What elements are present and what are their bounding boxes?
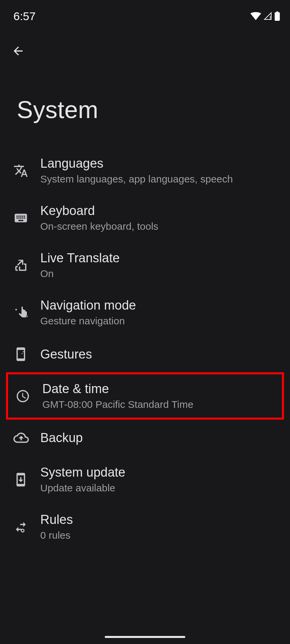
list-item-navigation-mode[interactable]: Navigation mode Gesture navigation xyxy=(0,289,290,336)
list-item-keyboard[interactable]: Keyboard On-screen keyboard, tools xyxy=(0,194,290,241)
live-translate-icon xyxy=(13,258,40,273)
list-item-gestures[interactable]: Gestures xyxy=(0,336,290,372)
item-subtitle: On xyxy=(40,268,280,279)
status-bar: 6:57 ! xyxy=(0,0,290,27)
keyboard-icon xyxy=(13,211,40,225)
list-item-live-translate[interactable]: Live Translate On xyxy=(0,241,290,289)
translate-icon xyxy=(13,163,40,178)
item-title: Languages xyxy=(40,156,280,171)
item-subtitle: GMT-08:00 Pacific Standard Time xyxy=(42,399,278,410)
item-title: Navigation mode xyxy=(40,298,280,313)
system-update-icon xyxy=(13,472,40,487)
list-item-backup[interactable]: Backup xyxy=(0,420,290,456)
home-indicator[interactable] xyxy=(105,636,185,638)
item-title: Rules xyxy=(40,513,280,527)
item-title: Live Translate xyxy=(40,251,280,265)
item-title: Date & time xyxy=(42,382,278,396)
back-button[interactable] xyxy=(10,43,26,59)
battery-icon xyxy=(275,11,280,21)
wifi-icon xyxy=(250,12,261,20)
arrow-back-icon xyxy=(11,44,25,58)
app-bar xyxy=(0,27,290,59)
cloud-upload-icon xyxy=(13,430,40,445)
item-title: System update xyxy=(40,465,280,480)
svg-text:!: ! xyxy=(270,15,271,20)
settings-list: Languages System languages, app language… xyxy=(0,147,290,550)
item-subtitle: 0 rules xyxy=(40,530,280,541)
highlight-annotation: Date & time GMT-08:00 Pacific Standard T… xyxy=(6,372,284,420)
item-subtitle: On-screen keyboard, tools xyxy=(40,221,280,232)
gestures-phone-icon xyxy=(13,347,40,362)
status-icons: ! xyxy=(250,11,280,21)
gesture-hand-icon xyxy=(13,305,40,321)
list-item-rules[interactable]: Rules 0 rules xyxy=(0,503,290,550)
status-time: 6:57 xyxy=(13,10,36,23)
item-subtitle: Update available xyxy=(40,482,280,494)
clock-icon xyxy=(15,389,42,404)
item-title: Gestures xyxy=(40,347,280,362)
signal-icon: ! xyxy=(263,12,273,20)
list-item-system-update[interactable]: System update Update available xyxy=(0,456,290,503)
item-subtitle: System languages, app languages, speech xyxy=(40,173,280,185)
item-title: Keyboard xyxy=(40,204,280,218)
list-item-date-time[interactable]: Date & time GMT-08:00 Pacific Standard T… xyxy=(8,374,282,418)
item-title: Backup xyxy=(40,431,280,445)
list-item-languages[interactable]: Languages System languages, app language… xyxy=(0,147,290,194)
item-subtitle: Gesture navigation xyxy=(40,315,280,327)
page-title: System xyxy=(0,59,290,147)
rules-icon xyxy=(13,520,40,534)
